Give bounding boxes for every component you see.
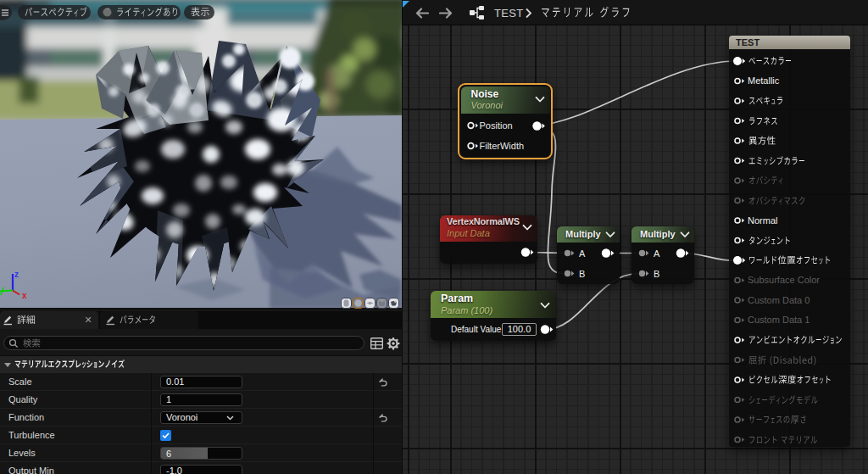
svg-text:x: x xyxy=(22,291,27,300)
svg-text:z: z xyxy=(14,270,19,279)
